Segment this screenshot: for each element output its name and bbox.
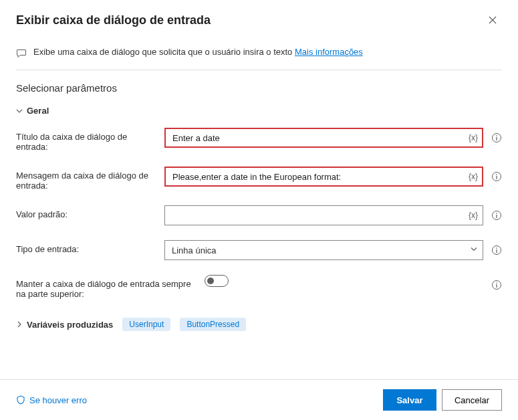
save-button[interactable]: Salvar <box>383 389 436 411</box>
chevron-down-icon <box>16 108 23 114</box>
label-input-type: Tipo de entrada: <box>16 240 156 254</box>
variable-pill-userinput[interactable]: UserInput <box>122 318 170 331</box>
select-input-type[interactable]: Linha única <box>164 240 483 260</box>
row-input-type: Tipo de entrada: Linha única <box>16 240 502 260</box>
more-info-link[interactable]: Mais informações <box>295 47 363 57</box>
info-icon[interactable] <box>491 280 502 290</box>
svg-rect-8 <box>496 215 497 218</box>
svg-rect-2 <box>496 137 497 140</box>
row-dialog-title: Título da caixa de diálogo de entrada: {… <box>16 128 502 152</box>
svg-rect-14 <box>496 284 497 288</box>
svg-point-4 <box>496 174 497 175</box>
input-default-value[interactable] <box>164 205 483 225</box>
dialog-title: Exibir caixa de diálogo de entrada <box>16 13 211 27</box>
info-icon[interactable] <box>491 245 502 255</box>
cancel-button[interactable]: Cancelar <box>442 389 502 411</box>
shield-icon <box>16 395 25 405</box>
row-default-value: Valor padrão: {x} <box>16 205 502 225</box>
label-dialog-title: Título da caixa de diálogo de entrada: <box>16 128 156 152</box>
row-keep-top: Manter a caixa de diálogo de entrada sem… <box>16 275 502 299</box>
info-icon[interactable] <box>491 210 502 221</box>
toggle-knob <box>207 278 214 284</box>
row-dialog-message: Mensagem da caixa de diálogo de entrada:… <box>16 167 502 191</box>
info-icon[interactable] <box>491 171 502 182</box>
input-dialog-title[interactable] <box>164 128 483 148</box>
label-dialog-message: Mensagem da caixa de diálogo de entrada: <box>16 167 156 191</box>
svg-rect-5 <box>496 176 497 179</box>
info-text: Exibe uma caixa de diálogo que solicita … <box>33 47 363 57</box>
svg-rect-11 <box>496 249 497 253</box>
dialog-header: Exibir caixa de diálogo de entrada <box>0 0 518 37</box>
footer-actions: Salvar Cancelar <box>383 389 502 411</box>
svg-point-1 <box>496 135 497 136</box>
info-icon[interactable] <box>491 132 502 143</box>
variables-section-header[interactable]: Variáveis produzidas UserInput ButtonPre… <box>16 318 502 331</box>
variable-pill-buttonpressed[interactable]: ButtonPressed <box>180 318 246 331</box>
select-params-title: Selecionar parâmetros <box>16 82 502 94</box>
input-dialog-config: Exibir caixa de diálogo de entrada Exibe… <box>0 0 518 420</box>
svg-point-13 <box>496 282 497 284</box>
dialog-content: Selecionar parâmetros Geral Título da ca… <box>0 70 518 379</box>
label-keep-top: Manter a caixa de diálogo de entrada sem… <box>16 275 197 299</box>
close-icon <box>489 16 497 24</box>
svg-point-7 <box>496 213 497 214</box>
general-section-header[interactable]: Geral <box>16 106 502 116</box>
chevron-down-icon <box>470 245 478 255</box>
on-error-link[interactable]: Se houver erro <box>16 395 87 405</box>
close-button[interactable] <box>483 11 502 29</box>
label-default-value: Valor padrão: <box>16 205 156 219</box>
toggle-keep-top[interactable] <box>205 275 229 287</box>
comment-icon <box>16 48 27 59</box>
info-bar: Exibe uma caixa de diálogo que solicita … <box>16 43 502 70</box>
dialog-footer: Se houver erro Salvar Cancelar <box>0 379 518 420</box>
chevron-right-icon <box>16 321 23 328</box>
svg-point-10 <box>496 247 497 249</box>
input-dialog-message[interactable] <box>164 167 483 187</box>
